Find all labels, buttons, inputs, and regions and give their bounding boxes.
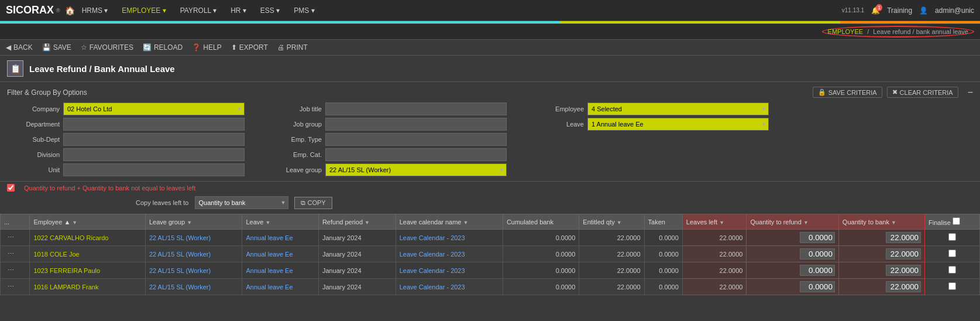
emptype-label: Emp. Type — [269, 136, 322, 143]
col-header-qty-refund[interactable]: Quantity to refund ▼ — [747, 214, 838, 230]
nav-hrms[interactable]: HRMS ▾ — [80, 5, 111, 16]
cell-employee[interactable]: 1022 CARVALHO Ricardo — [30, 230, 146, 246]
department-input[interactable] — [63, 118, 245, 131]
star-icon: ☆ — [81, 43, 87, 52]
warning-checkbox[interactable] — [7, 184, 15, 192]
col-header-leaves-left[interactable]: Leaves left ▼ — [682, 214, 747, 230]
breadcrumb-separator: / — [867, 28, 871, 35]
col-header-taken[interactable]: Taken — [644, 214, 682, 230]
main-nav: HRMS ▾ EMPLOYEE ▾ PAYROLL ▾ HR ▾ ESS ▾ P… — [80, 5, 317, 16]
cell-employee[interactable]: 1016 LAMPARD Frank — [30, 279, 146, 295]
cell-cal-name: Leave Calendar - 2023 — [396, 230, 503, 246]
cell-qty-bank[interactable] — [838, 262, 924, 279]
cell-entitled-qty: 22.0000 — [579, 262, 644, 279]
employee-select-wrapper: 4 Selected — [587, 103, 769, 115]
unit-input[interactable] — [63, 163, 245, 176]
cell-dots[interactable]: ⋯ — [1, 262, 30, 279]
col-header-cal-name[interactable]: Leave calendar name ▼ — [396, 214, 503, 230]
col-header-entitled-qty[interactable]: Entitled qty ▼ — [579, 214, 644, 230]
emptype-input[interactable] — [325, 133, 507, 146]
clear-criteria-button[interactable]: ✖ CLEAR CRITERIA — [887, 87, 958, 98]
employee-label: Employee — [531, 105, 584, 112]
company-select[interactable]: 02 Hotel Co Ltd — [63, 103, 245, 115]
cell-qty-refund[interactable] — [747, 230, 838, 246]
collapse-filter-button[interactable]: − — [968, 87, 973, 98]
cell-taken: 0.0000 — [644, 262, 682, 279]
nav-payroll[interactable]: PAYROLL ▾ — [178, 5, 219, 16]
jobtitle-input[interactable] — [325, 103, 507, 115]
copy-to-select[interactable]: Quantity to bank Quantity to refund — [195, 196, 288, 209]
cell-leave: Annual leave Ee — [242, 230, 318, 246]
cell-refund-period: January 2024 — [318, 262, 396, 279]
cell-qty-bank[interactable] — [838, 279, 924, 295]
col-header-finalise[interactable]: Finalise — [925, 214, 980, 230]
cell-dots[interactable]: ⋯ — [1, 230, 30, 246]
finalise-all-checkbox[interactable] — [953, 217, 960, 225]
cell-dots[interactable]: ⋯ — [1, 279, 30, 295]
leavegroup-select[interactable]: 22 AL/15 SL (Worker) — [325, 163, 507, 176]
cell-finalise[interactable] — [925, 230, 980, 246]
nav-hr[interactable]: HR ▾ — [228, 5, 249, 16]
division-input[interactable] — [63, 148, 245, 161]
cell-finalise[interactable] — [925, 246, 980, 262]
clear-criteria-icon: ✖ — [892, 88, 898, 96]
cell-leave-group: 22 AL/15 SL (Worker) — [145, 230, 242, 246]
warning-row: Quantity to refund + Quantity to bank no… — [0, 182, 980, 194]
save-button[interactable]: 💾 SAVE — [42, 43, 71, 52]
table-row: ⋯ 1022 CARVALHO Ricardo 22 AL/15 SL (Wor… — [1, 230, 980, 246]
jobgroup-input[interactable] — [325, 118, 507, 131]
nav-ess[interactable]: ESS ▾ — [258, 5, 282, 16]
cell-qty-refund[interactable] — [747, 279, 838, 295]
breadcrumb-parent[interactable]: EMPLOYEE — [828, 28, 864, 35]
favourites-button[interactable]: ☆ FAVOURITES — [81, 43, 133, 52]
col-header-leave[interactable]: Leave ▼ — [242, 214, 318, 230]
save-criteria-button[interactable]: 🔒 SAVE CRITERIA — [813, 87, 882, 98]
version-label: v11.13.1 — [842, 7, 864, 13]
subdept-input[interactable] — [63, 133, 245, 146]
copy-button[interactable]: ⧉ COPY — [294, 197, 332, 209]
cell-qty-bank[interactable] — [838, 246, 924, 262]
bell-icon[interactable]: 🔔1 — [871, 6, 880, 15]
top-nav: SICORAX ® 🏠 HRMS ▾ EMPLOYEE ▾ PAYROLL ▾ … — [0, 0, 980, 21]
cell-dots[interactable]: ⋯ — [1, 246, 30, 262]
cell-leaves-left: 22.0000 — [682, 246, 747, 262]
col-header-leave-group[interactable]: Leave group ▼ — [145, 214, 242, 230]
leavegroup-select-wrapper: 22 AL/15 SL (Worker) — [325, 163, 507, 176]
empcat-input[interactable] — [325, 148, 507, 161]
bell-badge: 1 — [876, 4, 882, 11]
cell-cumulated-bank: 0.0000 — [503, 246, 579, 262]
cell-finalise[interactable] — [925, 262, 980, 279]
company-label: Company — [7, 105, 60, 112]
cell-qty-refund[interactable] — [747, 262, 838, 279]
reload-button[interactable]: 🔄 RELOAD — [143, 43, 183, 52]
pb-orange — [840, 21, 980, 23]
cell-entitled-qty: 22.0000 — [579, 230, 644, 246]
training-link[interactable]: Training — [887, 6, 912, 15]
copy-select-wrapper: Quantity to bank Quantity to refund — [195, 196, 288, 209]
home-icon[interactable]: 🏠 — [65, 6, 75, 15]
col-header-cumulated-bank[interactable]: Cumulated bank — [503, 214, 579, 230]
save-icon: 💾 — [42, 43, 51, 52]
col-header-refund-period[interactable]: Refund period ▼ — [318, 214, 396, 230]
nav-pms[interactable]: PMS ▾ — [291, 5, 317, 16]
cell-finalise[interactable] — [925, 279, 980, 295]
user-label[interactable]: admin@unic — [935, 6, 974, 15]
export-button[interactable]: ⬆ EXPORT — [231, 43, 268, 52]
cell-leave-group: 22 AL/15 SL (Worker) — [145, 279, 242, 295]
save-criteria-icon: 🔒 — [818, 88, 826, 96]
col-header-employee[interactable]: Employee ▲ ▼ — [30, 214, 146, 230]
pb-teal — [0, 21, 560, 23]
cell-refund-period: January 2024 — [318, 230, 396, 246]
cell-qty-refund[interactable] — [747, 246, 838, 262]
cell-employee[interactable]: 1023 FERREIRA Paulo — [30, 262, 146, 279]
print-button[interactable]: 🖨 PRINT — [277, 43, 308, 52]
cell-employee[interactable]: 1018 COLE Joe — [30, 246, 146, 262]
cell-qty-bank[interactable] — [838, 230, 924, 246]
col-header-dots[interactable]: ... — [1, 214, 30, 230]
employee-select[interactable]: 4 Selected — [587, 103, 769, 115]
leave-select[interactable]: 1 Annual leave Ee — [587, 118, 769, 131]
help-button[interactable]: ❓ HELP — [192, 43, 221, 52]
nav-employee[interactable]: EMPLOYEE ▾ — [119, 5, 168, 16]
back-button[interactable]: ◀ BACK — [6, 43, 33, 52]
col-header-qty-bank[interactable]: Quantity to bank ▼ — [838, 214, 924, 230]
